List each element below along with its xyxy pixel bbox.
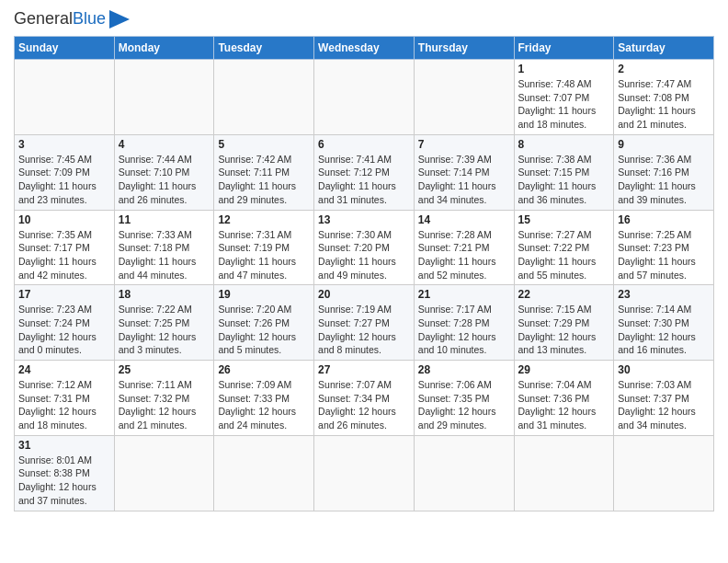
- cell-content-23: 23Sunrise: 7:14 AM Sunset: 7:30 PM Dayli…: [618, 288, 710, 357]
- calendar-cell: 24Sunrise: 7:12 AM Sunset: 7:31 PM Dayli…: [15, 361, 115, 436]
- calendar-cell: 19Sunrise: 7:20 AM Sunset: 7:26 PM Dayli…: [214, 285, 314, 361]
- day-number: 20: [318, 288, 410, 301]
- cell-content-16: 16Sunrise: 7:25 AM Sunset: 7:23 PM Dayli…: [618, 213, 710, 282]
- calendar-cell: 20Sunrise: 7:19 AM Sunset: 7:27 PM Dayli…: [314, 285, 415, 361]
- calendar-cell: 8Sunrise: 7:38 AM Sunset: 7:15 PM Daylig…: [514, 134, 614, 210]
- cell-content-9: 9Sunrise: 7:36 AM Sunset: 7:16 PM Daylig…: [618, 138, 710, 207]
- day-number: 17: [18, 288, 110, 301]
- logo-general: General: [14, 9, 73, 28]
- cell-content-28: 28Sunrise: 7:06 AM Sunset: 7:35 PM Dayli…: [418, 363, 510, 432]
- sun-info: Sunrise: 7:14 AM Sunset: 7:30 PM Dayligh…: [618, 303, 710, 357]
- cell-content-24: 24Sunrise: 7:12 AM Sunset: 7:31 PM Dayli…: [18, 363, 110, 432]
- calendar-cell: 9Sunrise: 7:36 AM Sunset: 7:16 PM Daylig…: [614, 134, 714, 210]
- cell-content-2: 2Sunrise: 7:47 AM Sunset: 7:08 PM Daylig…: [618, 63, 710, 132]
- calendar-cell: 5Sunrise: 7:42 AM Sunset: 7:11 PM Daylig…: [214, 134, 314, 210]
- sun-info: Sunrise: 7:35 AM Sunset: 7:17 PM Dayligh…: [18, 228, 110, 282]
- sun-info: Sunrise: 7:23 AM Sunset: 7:24 PM Dayligh…: [18, 303, 110, 357]
- day-number: 11: [119, 213, 210, 226]
- cell-content-25: 25Sunrise: 7:11 AM Sunset: 7:32 PM Dayli…: [119, 363, 210, 432]
- day-number: 12: [218, 213, 310, 226]
- sun-info: Sunrise: 7:27 AM Sunset: 7:22 PM Dayligh…: [518, 228, 610, 282]
- calendar-cell: 4Sunrise: 7:44 AM Sunset: 7:10 PM Daylig…: [114, 134, 214, 210]
- cell-content-27: 27Sunrise: 7:07 AM Sunset: 7:34 PM Dayli…: [318, 363, 410, 432]
- cell-content-15: 15Sunrise: 7:27 AM Sunset: 7:22 PM Dayli…: [518, 213, 610, 282]
- calendar-cell: [214, 435, 314, 511]
- calendar-week-2: 10Sunrise: 7:35 AM Sunset: 7:17 PM Dayli…: [15, 210, 714, 285]
- calendar-body: 1Sunrise: 7:48 AM Sunset: 7:07 PM Daylig…: [15, 60, 714, 511]
- cell-content-21: 21Sunrise: 7:17 AM Sunset: 7:28 PM Dayli…: [418, 288, 510, 357]
- cell-content-20: 20Sunrise: 7:19 AM Sunset: 7:27 PM Dayli…: [318, 288, 410, 357]
- cell-content-31: 31Sunrise: 8:01 AM Sunset: 8:38 PM Dayli…: [18, 439, 110, 508]
- sun-info: Sunrise: 7:44 AM Sunset: 7:10 PM Dayligh…: [119, 153, 210, 207]
- calendar-cell: 7Sunrise: 7:39 AM Sunset: 7:14 PM Daylig…: [414, 134, 514, 210]
- cell-content-18: 18Sunrise: 7:22 AM Sunset: 7:25 PM Dayli…: [119, 288, 210, 357]
- weekday-header-saturday: Saturday: [614, 37, 714, 60]
- day-number: 2: [618, 63, 710, 75]
- calendar-cell: [414, 60, 514, 135]
- calendar-cell: 15Sunrise: 7:27 AM Sunset: 7:22 PM Dayli…: [514, 210, 614, 285]
- sun-info: Sunrise: 7:25 AM Sunset: 7:23 PM Dayligh…: [618, 228, 710, 282]
- calendar-cell: 3Sunrise: 7:45 AM Sunset: 7:09 PM Daylig…: [15, 134, 115, 210]
- calendar-table: SundayMondayTuesdayWednesdayThursdayFrid…: [14, 36, 714, 511]
- sun-info: Sunrise: 7:04 AM Sunset: 7:36 PM Dayligh…: [518, 378, 610, 432]
- calendar-week-3: 17Sunrise: 7:23 AM Sunset: 7:24 PM Dayli…: [15, 285, 714, 361]
- day-number: 1: [518, 63, 610, 75]
- svg-marker-0: [109, 10, 130, 29]
- calendar-cell: [414, 435, 514, 511]
- calendar-cell: 11Sunrise: 7:33 AM Sunset: 7:18 PM Dayli…: [114, 210, 214, 285]
- cell-content-26: 26Sunrise: 7:09 AM Sunset: 7:33 PM Dayli…: [218, 363, 310, 432]
- calendar-cell: 26Sunrise: 7:09 AM Sunset: 7:33 PM Dayli…: [214, 361, 314, 436]
- calendar-cell: 21Sunrise: 7:17 AM Sunset: 7:28 PM Dayli…: [414, 285, 514, 361]
- calendar-cell: 22Sunrise: 7:15 AM Sunset: 7:29 PM Dayli…: [514, 285, 614, 361]
- sun-info: Sunrise: 7:47 AM Sunset: 7:08 PM Dayligh…: [618, 77, 710, 132]
- cell-content-8: 8Sunrise: 7:38 AM Sunset: 7:15 PM Daylig…: [518, 138, 610, 207]
- cell-content-13: 13Sunrise: 7:30 AM Sunset: 7:20 PM Dayli…: [318, 213, 410, 282]
- cell-content-1: 1Sunrise: 7:48 AM Sunset: 7:07 PM Daylig…: [518, 63, 610, 132]
- day-number: 28: [418, 363, 510, 376]
- weekday-header-wednesday: Wednesday: [314, 37, 415, 60]
- cell-content-12: 12Sunrise: 7:31 AM Sunset: 7:19 PM Dayli…: [218, 213, 310, 282]
- sun-info: Sunrise: 7:31 AM Sunset: 7:19 PM Dayligh…: [218, 228, 310, 282]
- calendar-cell: [114, 60, 214, 135]
- day-number: 13: [318, 213, 410, 226]
- logo-text: GeneralBlue: [14, 9, 106, 29]
- calendar-cell: 14Sunrise: 7:28 AM Sunset: 7:21 PM Dayli…: [414, 210, 514, 285]
- day-number: 16: [618, 213, 710, 226]
- cell-content-14: 14Sunrise: 7:28 AM Sunset: 7:21 PM Dayli…: [418, 213, 510, 282]
- sun-info: Sunrise: 7:33 AM Sunset: 7:18 PM Dayligh…: [119, 228, 210, 282]
- sun-info: Sunrise: 7:15 AM Sunset: 7:29 PM Dayligh…: [518, 303, 610, 357]
- calendar-cell: 18Sunrise: 7:22 AM Sunset: 7:25 PM Dayli…: [114, 285, 214, 361]
- day-number: 22: [518, 288, 610, 301]
- calendar-cell: 17Sunrise: 7:23 AM Sunset: 7:24 PM Dayli…: [15, 285, 115, 361]
- day-number: 6: [318, 138, 410, 151]
- sun-info: Sunrise: 7:03 AM Sunset: 7:37 PM Dayligh…: [618, 378, 710, 432]
- sun-info: Sunrise: 7:22 AM Sunset: 7:25 PM Dayligh…: [119, 303, 210, 357]
- calendar-week-1: 3Sunrise: 7:45 AM Sunset: 7:09 PM Daylig…: [15, 134, 714, 210]
- weekday-row: SundayMondayTuesdayWednesdayThursdayFrid…: [15, 37, 714, 60]
- weekday-header-monday: Monday: [114, 37, 214, 60]
- day-number: 3: [18, 138, 110, 151]
- sun-info: Sunrise: 8:01 AM Sunset: 8:38 PM Dayligh…: [18, 454, 110, 508]
- calendar-cell: 10Sunrise: 7:35 AM Sunset: 7:17 PM Dayli…: [15, 210, 115, 285]
- cell-content-6: 6Sunrise: 7:41 AM Sunset: 7:12 PM Daylig…: [318, 138, 410, 207]
- sun-info: Sunrise: 7:48 AM Sunset: 7:07 PM Dayligh…: [518, 77, 610, 132]
- sun-info: Sunrise: 7:28 AM Sunset: 7:21 PM Dayligh…: [418, 228, 510, 282]
- sun-info: Sunrise: 7:39 AM Sunset: 7:14 PM Dayligh…: [418, 153, 510, 207]
- calendar-week-4: 24Sunrise: 7:12 AM Sunset: 7:31 PM Dayli…: [15, 361, 714, 436]
- cell-content-22: 22Sunrise: 7:15 AM Sunset: 7:29 PM Dayli…: [518, 288, 610, 357]
- cell-content-11: 11Sunrise: 7:33 AM Sunset: 7:18 PM Dayli…: [119, 213, 210, 282]
- calendar-cell: 25Sunrise: 7:11 AM Sunset: 7:32 PM Dayli…: [114, 361, 214, 436]
- calendar-week-0: 1Sunrise: 7:48 AM Sunset: 7:07 PM Daylig…: [15, 60, 714, 135]
- day-number: 29: [518, 363, 610, 376]
- day-number: 19: [218, 288, 310, 301]
- cell-content-17: 17Sunrise: 7:23 AM Sunset: 7:24 PM Dayli…: [18, 288, 110, 357]
- cell-content-5: 5Sunrise: 7:42 AM Sunset: 7:11 PM Daylig…: [218, 138, 310, 207]
- day-number: 5: [218, 138, 310, 151]
- calendar-cell: 30Sunrise: 7:03 AM Sunset: 7:37 PM Dayli…: [614, 361, 714, 436]
- day-number: 23: [618, 288, 710, 301]
- calendar-cell: [314, 60, 415, 135]
- weekday-header-tuesday: Tuesday: [214, 37, 314, 60]
- day-number: 27: [318, 363, 410, 376]
- calendar-cell: 6Sunrise: 7:41 AM Sunset: 7:12 PM Daylig…: [314, 134, 415, 210]
- sun-info: Sunrise: 7:12 AM Sunset: 7:31 PM Dayligh…: [18, 378, 110, 432]
